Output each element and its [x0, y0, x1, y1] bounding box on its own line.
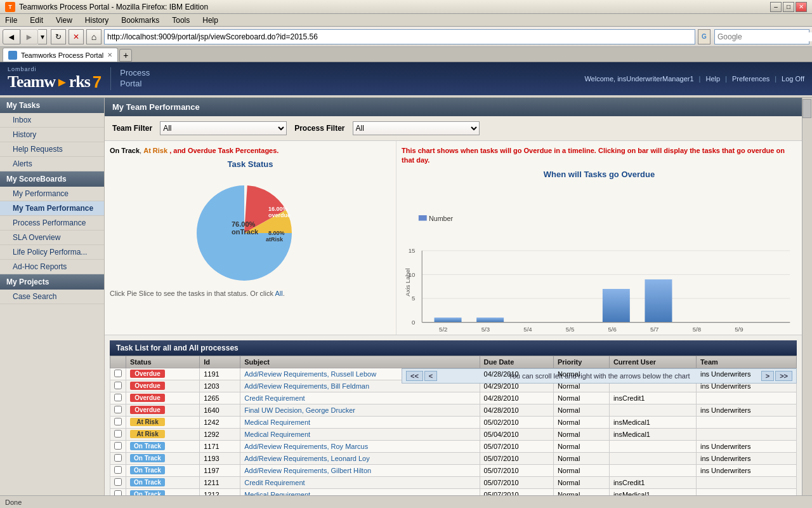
menu-file[interactable]: File — [3, 15, 20, 25]
stop-button[interactable]: ✕ — [69, 29, 84, 44]
subject-cell[interactable]: Add/Review Requirements, Gilbert Hilton — [240, 464, 480, 476]
sidebar-item-alerts[interactable]: Alerts — [0, 157, 104, 171]
subject-cell[interactable]: Medical Requirement — [240, 428, 480, 440]
task-link[interactable]: Add/Review Requirements, Bill Feldman — [244, 382, 369, 390]
process-filter-select[interactable]: All — [353, 121, 480, 135]
menu-edit[interactable]: Edit — [27, 15, 46, 25]
my-scoreboards-header[interactable]: My ScoreBoards — [0, 171, 104, 187]
row-checkbox[interactable] — [114, 406, 122, 413]
chart-last-button[interactable]: >> — [775, 371, 792, 381]
bar-5-4[interactable] — [476, 318, 504, 323]
subject-cell[interactable]: Medical Requirement — [240, 416, 480, 428]
task-link[interactable]: Credit Requirement — [244, 394, 304, 402]
forward-button[interactable]: ► — [20, 29, 38, 44]
pie-chart[interactable]: 76.00% onTrack 8.00% atRisk 16.00% overd… — [110, 173, 391, 287]
task-link[interactable]: Credit Requirement — [244, 479, 304, 486]
row-checkbox[interactable] — [114, 430, 122, 438]
sidebar-item-my-performance[interactable]: My Performance — [0, 187, 104, 201]
row-checkbox[interactable] — [114, 394, 122, 401]
task-link[interactable]: Add/Review Requirements, Russell Lebow — [244, 370, 376, 378]
row-checkbox-cell[interactable] — [110, 464, 126, 476]
task-link[interactable]: Add/Review Requirements, Gilbert Hilton — [244, 467, 371, 474]
row-checkbox-cell[interactable] — [110, 368, 126, 380]
row-checkbox-cell[interactable] — [110, 404, 126, 416]
row-checkbox-cell[interactable] — [110, 452, 126, 464]
row-checkbox[interactable] — [114, 490, 122, 495]
team-filter-select[interactable]: All — [160, 121, 287, 135]
sidebar-item-case-search[interactable]: Case Search — [0, 290, 104, 304]
row-checkbox-cell[interactable] — [110, 380, 126, 392]
refresh-button[interactable]: ↻ — [51, 29, 66, 44]
task-link[interactable]: Medical Requirement — [244, 431, 310, 438]
row-checkbox-cell[interactable] — [110, 440, 126, 452]
task-link[interactable]: Add/Review Requirements, Roy Marcus — [244, 443, 368, 450]
row-checkbox[interactable] — [114, 466, 122, 474]
chart-prev-button[interactable]: < — [424, 371, 437, 381]
sidebar-item-inbox[interactable]: Inbox — [0, 113, 104, 128]
bar-5-7[interactable] — [603, 289, 630, 323]
minimize-button[interactable]: – — [770, 2, 782, 12]
scrollbar-thumb[interactable] — [802, 99, 811, 118]
maximize-button[interactable]: □ — [783, 2, 794, 12]
sidebar-item-process-performance[interactable]: Process Performance — [0, 216, 104, 231]
subject-cell[interactable]: Medical Requirement — [240, 488, 480, 495]
id-cell: 1212 — [200, 488, 240, 495]
menu-bookmarks[interactable]: Bookmarks — [119, 15, 162, 25]
row-checkbox[interactable] — [114, 370, 122, 377]
my-tasks-header[interactable]: My Tasks — [0, 98, 104, 113]
my-projects-header[interactable]: My Projects — [0, 274, 104, 290]
row-checkbox-cell[interactable] — [110, 428, 126, 440]
row-checkbox[interactable] — [114, 478, 122, 486]
new-tab-button[interactable]: + — [119, 49, 132, 62]
sidebar-item-history[interactable]: History — [0, 128, 104, 142]
active-tab[interactable]: Teamworks Process Portal ✕ — [3, 48, 118, 62]
subject-cell[interactable]: Add/Review Requirements, Leonard Loy — [240, 452, 480, 464]
subject-cell[interactable]: Credit Requirement — [240, 476, 480, 488]
row-checkbox[interactable] — [114, 418, 122, 425]
home-button[interactable]: ⌂ — [86, 29, 102, 44]
row-checkbox-cell[interactable] — [110, 488, 126, 495]
menu-history[interactable]: History — [82, 15, 111, 25]
sidebar-item-sla-overview[interactable]: SLA Overview — [0, 231, 104, 245]
task-link[interactable]: Medical Requirement — [244, 418, 310, 426]
right-scrollbar[interactable] — [802, 98, 812, 495]
menu-tools[interactable]: Tools — [169, 15, 192, 25]
menu-view[interactable]: View — [53, 15, 75, 25]
row-checkbox[interactable] — [114, 442, 122, 450]
subject-cell[interactable]: Final UW Decision, George Drucker — [240, 404, 480, 416]
bar-chart-svg[interactable]: Number 0 5 10 15 Axis Label — [402, 183, 797, 366]
sidebar-item-adhoc-reports[interactable]: Ad-Hoc Reports — [0, 260, 104, 274]
sidebar-item-my-team-performance[interactable]: My Team Performance — [0, 201, 104, 216]
task-link[interactable]: Add/Review Requirements, Leonard Loy — [244, 455, 370, 462]
subject-cell[interactable]: Add/Review Requirements, Roy Marcus — [240, 440, 480, 452]
window-controls[interactable]: – □ ✕ — [770, 2, 807, 12]
row-checkbox-cell[interactable] — [110, 476, 126, 488]
row-checkbox-cell[interactable] — [110, 392, 126, 404]
back-button[interactable]: ◄ — [3, 29, 20, 44]
help-link[interactable]: Help — [705, 75, 720, 83]
click-all-link[interactable]: All — [275, 290, 282, 297]
close-button[interactable]: ✕ — [796, 2, 807, 12]
row-checkbox[interactable] — [114, 382, 122, 389]
task-link[interactable]: Final UW Decision, George Drucker — [244, 406, 355, 414]
preferences-link[interactable]: Preferences — [732, 75, 769, 83]
bar-5-8[interactable] — [645, 279, 672, 323]
address-bar-container[interactable] — [104, 29, 695, 44]
logoff-link[interactable]: Log Off — [782, 75, 804, 83]
back-forward-dropdown[interactable]: ▾ — [38, 29, 47, 44]
row-checkbox[interactable] — [114, 454, 122, 462]
chart-first-button[interactable]: << — [406, 371, 423, 381]
sidebar-item-life-policy[interactable]: Life Policy Performa... — [0, 245, 104, 260]
address-input[interactable] — [107, 32, 692, 41]
chart-next-button[interactable]: > — [761, 371, 774, 381]
search-input[interactable] — [715, 32, 812, 41]
subject-cell[interactable]: Credit Requirement — [240, 392, 480, 404]
search-engine-logo[interactable]: G — [698, 29, 710, 44]
row-checkbox-cell[interactable] — [110, 416, 126, 428]
bar-5-2[interactable] — [435, 318, 462, 323]
sidebar-item-help-requests[interactable]: Help Requests — [0, 142, 104, 157]
overdue-label: Overdue — [188, 147, 216, 154]
menu-help[interactable]: Help — [200, 15, 221, 25]
tab-close-button[interactable]: ✕ — [107, 51, 112, 58]
task-link[interactable]: Medical Requirement — [244, 491, 310, 495]
